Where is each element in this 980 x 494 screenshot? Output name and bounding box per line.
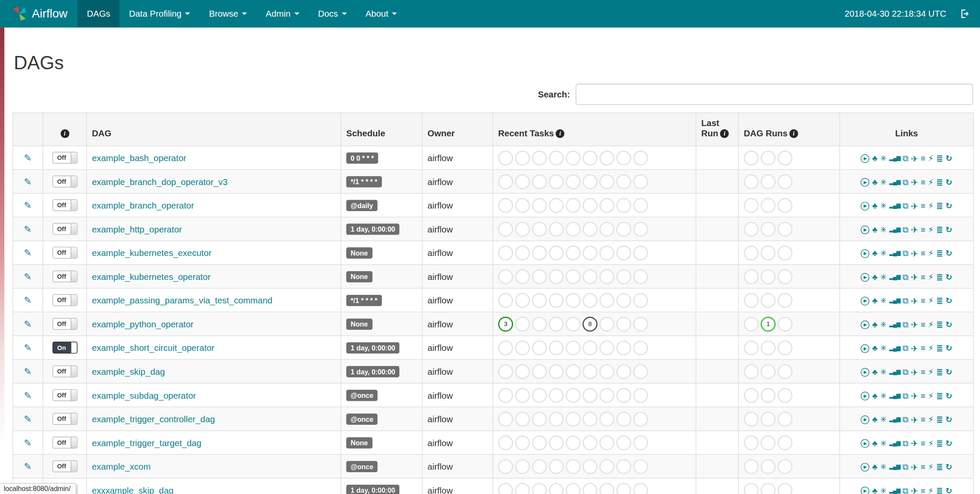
tries-icon[interactable]: ⧉ [903, 415, 909, 423]
nav-item-admin[interactable]: Admin [256, 0, 308, 27]
recent-task-circle[interactable] [549, 364, 564, 379]
recent-task-circle[interactable] [532, 150, 547, 165]
dag-link[interactable]: example_bash_operator [92, 153, 186, 162]
dag-pause-toggle[interactable]: Off [52, 176, 77, 188]
logs-icon[interactable]: ≣ [936, 249, 943, 257]
duration-icon[interactable]: ▂▄▆ [889, 417, 900, 422]
recent-task-circle[interactable] [532, 435, 547, 450]
recent-task-circle[interactable] [616, 340, 631, 355]
gantt-icon[interactable]: ≡ [921, 249, 925, 257]
tree-icon[interactable]: ♣ [872, 392, 877, 400]
recent-task-circle[interactable] [582, 150, 597, 165]
gantt-icon[interactable]: ≡ [921, 273, 925, 281]
recent-task-circle[interactable] [498, 459, 513, 474]
recent-task-circle[interactable] [599, 174, 614, 189]
recent-task-circle[interactable] [599, 316, 614, 331]
dag-run-circle[interactable] [761, 150, 776, 165]
dag-run-circle[interactable] [777, 150, 792, 165]
recent-task-circle[interactable] [566, 150, 581, 165]
dag-link[interactable]: example_http_operator [92, 224, 182, 234]
refresh-icon[interactable]: ↻ [945, 344, 952, 353]
recent-task-circle[interactable] [582, 412, 597, 426]
recent-task-circle[interactable] [599, 269, 614, 284]
dag-run-circle[interactable] [744, 340, 759, 355]
code-icon[interactable]: ⚡ [928, 273, 933, 281]
dag-run-circle[interactable] [761, 198, 776, 213]
trigger-icon[interactable]: ▶ [861, 249, 869, 258]
logs-icon[interactable]: ≣ [936, 463, 943, 471]
recent-task-circle[interactable] [616, 174, 631, 189]
trigger-icon[interactable]: ▶ [861, 344, 869, 353]
edit-dag-icon[interactable]: ✎ [24, 200, 32, 210]
dag-run-circle[interactable] [777, 482, 792, 494]
recent-task-circle[interactable] [498, 198, 513, 213]
schedule-badge[interactable]: None [346, 318, 372, 329]
recent-task-circle[interactable] [566, 412, 581, 426]
schedule-badge[interactable]: None [346, 271, 372, 282]
dag-link[interactable]: example_skip_dag [92, 366, 165, 376]
dag-pause-toggle[interactable]: Off [52, 460, 77, 472]
dag-run-circle[interactable] [777, 459, 792, 474]
recent-task-circle[interactable] [633, 316, 648, 331]
recent-task-circle[interactable] [532, 316, 547, 331]
nav-item-about[interactable]: About [356, 0, 407, 27]
recent-task-circle[interactable] [515, 245, 530, 260]
recent-task-circle[interactable] [532, 245, 547, 260]
schedule-badge[interactable]: */1 * * * * [346, 294, 382, 306]
code-icon[interactable]: ⚡ [928, 392, 933, 400]
tree-icon[interactable]: ♣ [872, 415, 877, 423]
dag-run-circle[interactable] [777, 269, 792, 284]
recent-task-circle[interactable] [549, 435, 564, 450]
recent-task-circle[interactable]: 8 [582, 316, 597, 331]
recent-task-circle[interactable] [566, 269, 581, 284]
dag-run-circle[interactable] [744, 245, 759, 260]
logs-icon[interactable]: ≣ [936, 392, 943, 400]
recent-task-circle[interactable] [633, 482, 648, 494]
dag-run-circle[interactable] [744, 482, 759, 494]
recent-task-circle[interactable] [549, 150, 564, 165]
dag-pause-toggle[interactable]: Off [52, 152, 77, 164]
recent-task-circle[interactable] [582, 245, 597, 260]
tree-icon[interactable]: ♣ [872, 439, 877, 447]
recent-task-circle[interactable] [532, 198, 547, 213]
dag-pause-toggle[interactable]: Off [52, 365, 77, 377]
tries-icon[interactable]: ⧉ [903, 344, 909, 353]
dag-link[interactable]: example_subdag_operator [92, 390, 196, 400]
schedule-badge[interactable]: None [346, 247, 372, 258]
trigger-icon[interactable]: ▶ [861, 391, 869, 400]
dag-run-circle[interactable] [777, 198, 792, 213]
schedule-badge[interactable]: @once [346, 389, 378, 400]
graph-icon[interactable]: ✳ [880, 178, 887, 186]
refresh-icon[interactable]: ↻ [945, 297, 952, 305]
recent-task-circle[interactable] [599, 340, 614, 355]
gantt-icon[interactable]: ≡ [921, 321, 925, 329]
recent-task-circle[interactable] [633, 221, 648, 236]
landing-times-icon[interactable]: ✈ [911, 368, 918, 376]
recent-task-circle[interactable] [549, 316, 564, 331]
recent-task-circle[interactable] [515, 340, 530, 355]
gantt-icon[interactable]: ≡ [921, 487, 925, 494]
edit-dag-icon[interactable]: ✎ [24, 413, 32, 424]
recent-task-circle[interactable] [566, 364, 581, 379]
code-icon[interactable]: ⚡ [928, 249, 933, 257]
duration-icon[interactable]: ▂▄▆ [889, 369, 900, 375]
recent-task-circle[interactable] [616, 150, 631, 165]
trigger-icon[interactable]: ▶ [861, 178, 869, 186]
dag-run-circle[interactable] [777, 412, 792, 426]
search-input[interactable] [576, 84, 973, 105]
recent-task-circle[interactable] [633, 388, 648, 403]
graph-icon[interactable]: ✳ [880, 368, 887, 376]
dag-run-circle[interactable] [744, 459, 759, 474]
recent-task-circle[interactable] [599, 459, 614, 474]
recent-task-circle[interactable] [532, 459, 547, 474]
dag-run-circle[interactable] [777, 221, 792, 236]
recent-task-circle[interactable] [633, 340, 648, 355]
trigger-icon[interactable]: ▶ [861, 486, 869, 494]
recent-task-circle[interactable] [582, 293, 597, 308]
recent-task-circle[interactable] [515, 482, 530, 494]
recent-task-circle[interactable] [532, 221, 547, 236]
landing-times-icon[interactable]: ✈ [911, 297, 918, 305]
recent-task-circle[interactable] [566, 482, 581, 494]
dag-run-circle[interactable] [744, 388, 759, 403]
edit-dag-icon[interactable]: ✎ [24, 461, 32, 471]
